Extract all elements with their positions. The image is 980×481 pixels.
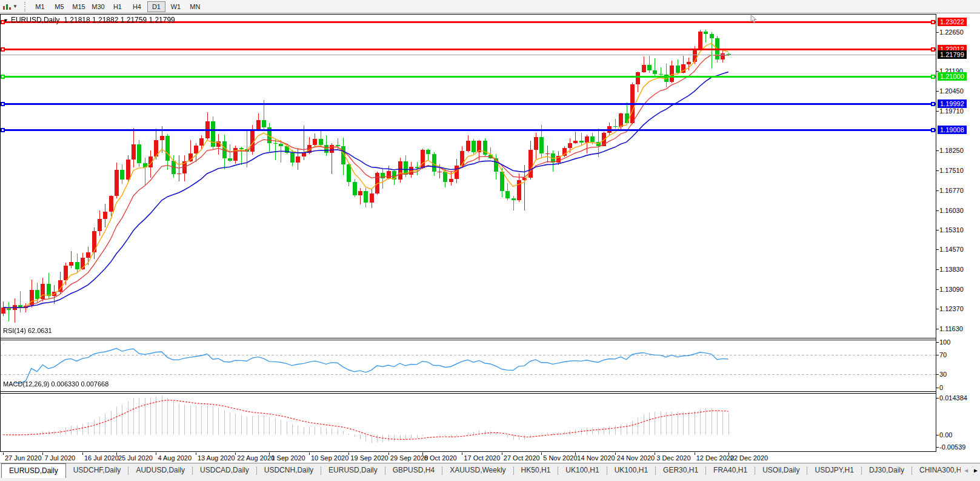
mouse-cursor	[750, 15, 758, 24]
date-label: 24 Nov 2020	[617, 454, 655, 462]
tab-scroll-right-icon[interactable]: ►	[973, 467, 979, 474]
chart-tab-1[interactable]: USDCHF,Daily	[66, 463, 128, 477]
price-tick-label: 1.20450	[939, 87, 964, 95]
price-tick-label: 1.12370	[939, 305, 964, 313]
chart-tab-14[interactable]: USDJPY,H1	[807, 463, 861, 477]
chart-tab-15[interactable]: DJ30,Daily	[862, 463, 912, 477]
level-price-label: 1.19992	[938, 99, 967, 108]
chevron-down-icon[interactable]: ▼	[13, 4, 18, 9]
date-label: 22 Aug 2020	[237, 454, 275, 462]
date-label: 8 Oct 2020	[424, 454, 457, 462]
chart-tab-13[interactable]: USOil,Daily	[755, 463, 807, 477]
macd-tick-label: 0.00	[939, 431, 952, 439]
chart-tab-11[interactable]: GER30,H1	[656, 463, 705, 477]
timeframe-button-m1[interactable]: M1	[31, 1, 49, 12]
chart-tab-5[interactable]: EURUSD,Daily	[321, 463, 385, 477]
chart-tab-7[interactable]: XAUUSD,Weekly	[442, 463, 513, 477]
date-label: 3 Dec 2020	[656, 454, 690, 462]
date-label: 19 Sep 2020	[350, 454, 388, 462]
timeframe-button-m15[interactable]: M15	[70, 1, 88, 12]
macd-indicator-label: MACD(12,26,9) 0.006330 0.007668	[3, 380, 108, 388]
date-label: 27 Jun 2020	[5, 454, 42, 462]
price-tick-label: 1.19710	[939, 107, 964, 115]
chart-tab-2[interactable]: AUDUSD,Daily	[128, 463, 192, 477]
date-axis: 27 Jun 20207 Jul 202016 Jul 202025 Jul 2…	[0, 452, 936, 463]
timeframe-toolbar: ▼ M1M5M15M30H1H4D1W1MN	[0, 0, 980, 13]
chart-tab-3[interactable]: USDCAD,Daily	[193, 463, 256, 477]
current-price-label: 1.21799	[938, 50, 967, 59]
date-label: 25 Jul 2020	[118, 454, 153, 462]
timeframe-button-w1[interactable]: W1	[167, 1, 185, 12]
chart-tab-6[interactable]: GBPUSD,H4	[385, 463, 442, 477]
price-axis: 1.226501.211901.204501.197101.182501.175…	[937, 14, 980, 463]
chart-tab-9[interactable]: UK100,H1	[558, 463, 606, 477]
price-tick-label: 1.18250	[939, 147, 964, 155]
chart-title: ▼EURUSD,Daily 1.21818 1.21882 1.21759 1.…	[3, 16, 175, 24]
rsi-tick-label: 100	[939, 338, 950, 346]
date-label: 29 Sep 2020	[390, 454, 428, 462]
timeframe-button-d1[interactable]: D1	[147, 1, 165, 12]
macd-tick-label: 0.014384	[939, 394, 967, 402]
date-label: 22 Dec 2020	[730, 454, 768, 462]
chart-tab-0[interactable]: EURUSD,Daily	[1, 463, 66, 478]
level-price-label: 1.19008	[938, 126, 967, 134]
chart-symbol-label: EURUSD,Daily	[11, 16, 60, 24]
chart-type-icon[interactable]	[2, 3, 11, 10]
title-collapse-icon[interactable]: ▼	[3, 18, 8, 24]
timeframe-button-mn[interactable]: MN	[186, 1, 204, 12]
price-tick-label: 1.16770	[939, 187, 964, 195]
price-tick-label: 1.14570	[939, 246, 964, 254]
date-label: 4 Aug 2020	[158, 454, 192, 462]
tab-scroll-buttons: ◄►	[961, 467, 979, 474]
symbol-tab-bar: EURUSD,DailyUSDCHF,DailyAUDUSD,DailyUSDC…	[0, 463, 980, 481]
price-tick-label: 1.17510	[939, 167, 964, 175]
date-label: 12 Dec 2020	[696, 454, 734, 462]
chart-window: ▼EURUSD,Daily 1.21818 1.21882 1.21759 1.…	[0, 14, 980, 463]
price-tick-label: 1.13090	[939, 286, 964, 294]
date-label: 27 Oct 2020	[504, 454, 540, 462]
chart-tab-10[interactable]: UK100,H1	[607, 463, 655, 477]
toolbar-grip[interactable]	[24, 2, 27, 12]
rsi-tick-label: 0	[939, 384, 943, 392]
date-label: 7 Jul 2020	[44, 454, 75, 462]
chart-tab-8[interactable]: HK50,H1	[514, 463, 558, 477]
date-label: 14 Nov 2020	[577, 454, 615, 462]
tab-scroll-left-icon[interactable]: ◄	[963, 467, 969, 474]
level-price-label: 1.21000	[938, 72, 967, 81]
timeframe-button-h1[interactable]: H1	[108, 1, 127, 12]
rsi-indicator-label: RSI(14) 62.0631	[3, 327, 52, 334]
date-label: 1 Sep 2020	[271, 454, 305, 462]
timeframe-button-h4[interactable]: H4	[128, 1, 146, 12]
price-tick-label: 1.22650	[939, 29, 964, 36]
price-chart-canvas[interactable]	[0, 14, 936, 452]
date-label: 10 Sep 2020	[311, 454, 348, 462]
macd-tick-label: -0.00539	[939, 443, 965, 451]
chart-tab-12[interactable]: FRA40,H1	[706, 463, 755, 477]
level-price-label: 1.23022	[938, 18, 967, 26]
chart-tab-4[interactable]: USDCNH,Daily	[257, 463, 321, 477]
timeframe-button-m30[interactable]: M30	[89, 1, 107, 12]
rsi-tick-label: 70	[939, 351, 947, 359]
price-tick-label: 1.11630	[939, 325, 963, 333]
timeframe-button-m5[interactable]: M5	[50, 1, 68, 12]
date-label: 17 Oct 2020	[464, 454, 500, 462]
price-tick-label: 1.15310	[939, 226, 964, 234]
price-tick-label: 1.13830	[939, 266, 964, 274]
chart-ohlc-values: 1.21818 1.21882 1.21759 1.21799	[64, 16, 175, 24]
price-tick-label: 1.16030	[939, 207, 964, 215]
date-label: 5 Nov 2020	[543, 454, 577, 462]
date-label: 16 Jul 2020	[84, 454, 119, 462]
date-label: 13 Aug 2020	[198, 454, 235, 462]
rsi-tick-label: 30	[939, 371, 947, 378]
